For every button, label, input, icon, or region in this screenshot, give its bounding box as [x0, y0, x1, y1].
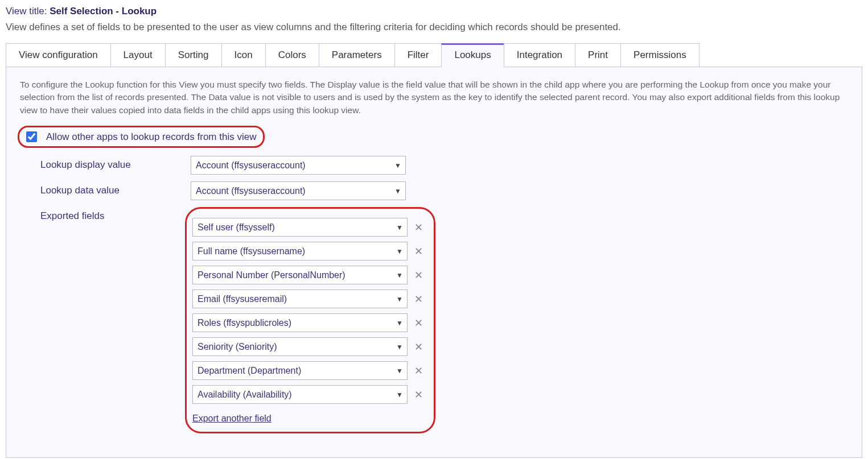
exported-fields-row: Exported fields Self user (ffsysself)▼✕F… [40, 207, 848, 433]
exported-field-select[interactable]: Department (Department) [192, 361, 408, 380]
exported-field-select[interactable]: Personal Number (PersonalNumber) [192, 266, 408, 284]
tab-layout[interactable]: Layout [110, 43, 165, 67]
exported-field-select[interactable]: Seniority (Seniority) [192, 337, 408, 356]
view-title-prefix: View title: [6, 6, 50, 16]
exported-field-row: Department (Department)▼✕ [192, 361, 423, 380]
data-value-row: Lookup data value Account (ffsysuseracco… [40, 181, 848, 200]
tab-print[interactable]: Print [575, 43, 620, 67]
remove-field-icon[interactable]: ✕ [413, 390, 423, 400]
data-value-select-wrap: Account (ffsysuseraccount) ▼ [191, 181, 406, 200]
display-value-select[interactable]: Account (ffsysuseraccount) [191, 156, 406, 175]
remove-field-icon[interactable]: ✕ [413, 366, 423, 376]
exported-field-select[interactable]: Roles (ffsyspublicroles) [192, 313, 408, 332]
allow-lookup-checkbox[interactable] [26, 131, 37, 142]
remove-field-icon[interactable]: ✕ [413, 342, 423, 352]
lookup-form: Lookup display value Account (ffsysusera… [40, 156, 848, 433]
exported-field-select-wrap: Department (Department)▼ [192, 361, 408, 380]
exported-field-select[interactable]: Availability (Availability) [192, 385, 408, 404]
allow-lookup-highlight: Allow other apps to lookup records from … [18, 126, 265, 148]
remove-field-icon[interactable]: ✕ [413, 222, 423, 233]
allow-lookup-label: Allow other apps to lookup records from … [46, 131, 256, 143]
exported-field-select-wrap: Roles (ffsyspublicroles)▼ [192, 313, 408, 332]
tab-lookups[interactable]: Lookups [441, 43, 503, 67]
exported-field-select-wrap: Personal Number (PersonalNumber)▼ [192, 266, 408, 284]
exported-field-row: Self user (ffsysself)▼✕ [192, 218, 423, 237]
remove-field-icon[interactable]: ✕ [413, 294, 423, 304]
exported-field-select-wrap: Email (ffsysuseremail)▼ [192, 290, 408, 308]
exported-field-row: Roles (ffsyspublicroles)▼✕ [192, 313, 423, 332]
exported-field-select[interactable]: Self user (ffsysself) [192, 218, 408, 237]
tab-parameters[interactable]: Parameters [319, 43, 394, 67]
data-value-label: Lookup data value [40, 181, 191, 196]
exported-field-row: Email (ffsysuseremail)▼✕ [192, 290, 423, 308]
tab-permissions[interactable]: Permissions [620, 43, 700, 67]
remove-field-icon[interactable]: ✕ [413, 270, 423, 280]
tab-sorting[interactable]: Sorting [165, 43, 221, 67]
tab-colors[interactable]: Colors [265, 43, 319, 67]
remove-field-icon[interactable]: ✕ [413, 246, 423, 257]
tab-integration[interactable]: Integration [504, 43, 575, 67]
exported-field-row: Availability (Availability)▼✕ [192, 385, 423, 404]
display-value-label: Lookup display value [40, 156, 191, 171]
display-value-row: Lookup display value Account (ffsysusera… [40, 156, 848, 175]
view-title-line: View title: Self Selection - Lookup [6, 6, 862, 17]
exported-field-select-wrap: Availability (Availability)▼ [192, 385, 408, 404]
exported-fields-label: Exported fields [40, 207, 191, 222]
view-description: View defines a set of fields to be prese… [6, 22, 862, 33]
remove-field-icon[interactable]: ✕ [413, 318, 423, 328]
exported-field-select-wrap: Self user (ffsysself)▼ [192, 218, 408, 237]
exported-fields-highlight: Self user (ffsysself)▼✕Full name (ffsysu… [185, 207, 435, 433]
exported-field-row: Full name (ffsysusername)▼✕ [192, 242, 423, 260]
lookup-help-text: To configure the Lookup function for thi… [20, 78, 848, 117]
exported-field-select[interactable]: Email (ffsysuseremail) [192, 290, 408, 308]
tabs-bar: View configurationLayoutSortingIconColor… [6, 43, 862, 67]
exported-field-row: Personal Number (PersonalNumber)▼✕ [192, 266, 423, 284]
tab-icon[interactable]: Icon [221, 43, 265, 67]
tab-view-configuration[interactable]: View configuration [6, 43, 110, 67]
exported-field-select-wrap: Full name (ffsysusername)▼ [192, 242, 408, 260]
exported-field-row: Seniority (Seniority)▼✕ [192, 337, 423, 356]
exported-field-select-wrap: Seniority (Seniority)▼ [192, 337, 408, 356]
exported-field-select[interactable]: Full name (ffsysusername) [192, 242, 408, 260]
exported-fields-list: Self user (ffsysself)▼✕Full name (ffsysu… [192, 218, 423, 404]
display-value-select-wrap: Account (ffsysuseraccount) ▼ [191, 156, 406, 175]
tab-filter[interactable]: Filter [394, 43, 442, 67]
lookup-panel: To configure the Lookup function for thi… [6, 67, 862, 458]
view-title-value: Self Selection - Lookup [50, 6, 157, 16]
export-another-link[interactable]: Export another field [192, 413, 271, 424]
data-value-select[interactable]: Account (ffsysuseraccount) [191, 181, 406, 200]
